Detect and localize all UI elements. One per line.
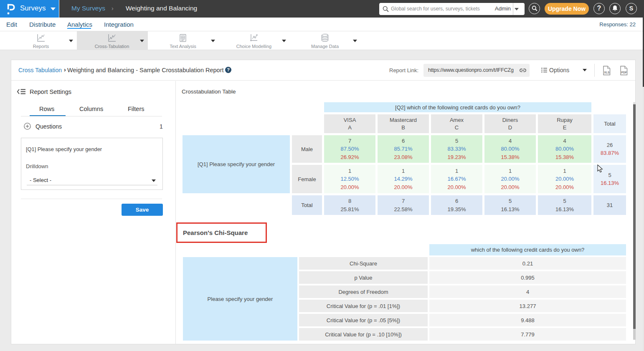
svg-text:XLS: XLS [604, 71, 610, 74]
svg-text:PDF: PDF [621, 71, 627, 74]
